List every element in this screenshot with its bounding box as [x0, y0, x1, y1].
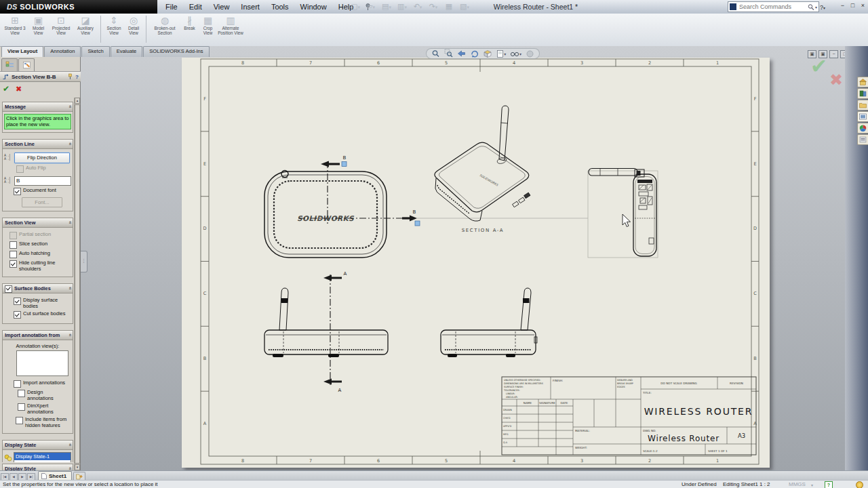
font-button[interactable]: Font...: [22, 197, 62, 207]
section-view-group-header[interactable]: Section View«: [3, 218, 73, 228]
display-surface-bodies-checkbox[interactable]: Display surface bodies: [14, 298, 71, 309]
status-units[interactable]: MMGS: [789, 481, 806, 487]
import-annotation-group-header[interactable]: Import annotation from«: [3, 331, 73, 340]
front-view[interactable]: A A: [264, 271, 388, 393]
quick-tip-help-icon[interactable]: ?: [825, 481, 833, 488]
annotation-views-listbox[interactable]: [16, 350, 68, 376]
checkbox-icon[interactable]: [18, 403, 25, 411]
sheet1-tab[interactable]: Sheet1: [38, 471, 72, 481]
undo-icon[interactable]: ↶▾: [411, 1, 425, 12]
menu-file[interactable]: File: [165, 3, 178, 11]
drawing-sheet-svg[interactable]: 8 7 6 5 4 3 2 1 8 7 6 5 4 3 2 1 F: [182, 58, 770, 468]
title-block[interactable]: UNLESS OTHERWISE SPECIFIED: DIMENSIONS A…: [502, 377, 756, 455]
break-button[interactable]: ∦Break: [180, 14, 199, 46]
view-settings-icon[interactable]: [526, 49, 534, 58]
checkbox-icon[interactable]: [14, 311, 21, 319]
checkbox-icon[interactable]: [9, 251, 17, 258]
partial-section-checkbox[interactable]: Partial section: [9, 232, 71, 239]
isometric-section-view[interactable]: SOLIDWORKS SECTION A-A: [435, 106, 530, 233]
design-annotations-checkbox[interactable]: Design annotations: [18, 390, 71, 401]
cancel-button[interactable]: ✖: [16, 84, 22, 94]
include-hidden-items-checkbox[interactable]: Include items from hidden features: [16, 417, 71, 428]
close-button[interactable]: ×: [859, 0, 867, 11]
tab-sketch[interactable]: Sketch: [81, 46, 109, 57]
tab-annotation[interactable]: Annotation: [44, 46, 81, 57]
drawing-sheet[interactable]: 8 7 6 5 4 3 2 1 8 7 6 5 4 3 2 1 F: [182, 58, 770, 468]
crop-view-button[interactable]: ▦Crop View: [199, 14, 217, 46]
panel-help-icon[interactable]: ?: [75, 74, 79, 80]
previous-view-icon[interactable]: [457, 49, 466, 58]
checkbox-icon[interactable]: [18, 390, 25, 397]
auto-hatching-checkbox[interactable]: Auto hatching: [9, 251, 71, 258]
side-view[interactable]: [441, 288, 537, 357]
confirmation-cancel-icon[interactable]: ✖: [829, 70, 843, 89]
tip-of-day-icon[interactable]: [856, 481, 863, 488]
menu-view[interactable]: View: [214, 3, 230, 11]
display-state-group-header[interactable]: Display State«: [3, 441, 73, 450]
appearances-icon[interactable]: [857, 123, 868, 134]
menu-insert[interactable]: Insert: [241, 3, 260, 11]
checkbox-icon[interactable]: [9, 241, 17, 249]
checkbox-icon[interactable]: [14, 298, 21, 305]
alternate-position-view-button[interactable]: ▥Alternate Position View: [217, 14, 244, 46]
section-line-handle[interactable]: [342, 162, 347, 167]
help-button[interactable]: ?▾: [820, 0, 825, 13]
search-input[interactable]: [738, 3, 807, 11]
menu-window[interactable]: Window: [300, 3, 327, 11]
hide-cutting-line-shoulders-checkbox[interactable]: Hide cutting line shoulders: [9, 260, 71, 272]
view-orientation-icon[interactable]: [483, 49, 492, 58]
open-icon[interactable]: ▱▾: [364, 1, 378, 12]
tab-view-layout[interactable]: View Layout: [1, 46, 43, 57]
model-view-button[interactable]: ▣Model View: [28, 14, 49, 46]
hide-show-items-icon[interactable]: ▾: [510, 49, 521, 58]
feature-manager-tab[interactable]: [1, 58, 18, 71]
print-icon[interactable]: ▥▾: [395, 1, 409, 12]
slice-section-checkbox[interactable]: Slice section: [9, 241, 71, 249]
keep-visible-pin-icon[interactable]: [67, 73, 73, 80]
section-line-group-header[interactable]: Section Line«: [3, 140, 73, 149]
minimize-button[interactable]: −: [838, 0, 847, 11]
save-icon[interactable]: ▤▾: [380, 1, 393, 12]
search-dropdown-icon[interactable]: ▾: [815, 5, 818, 9]
menu-tools[interactable]: Tools: [271, 3, 289, 11]
rotate-view-icon[interactable]: [470, 49, 479, 58]
message-group-header[interactable]: Message«: [3, 102, 73, 112]
checkbox-icon[interactable]: [9, 260, 17, 268]
tab-solidworks-add-ins[interactable]: SOLIDWORKS Add-Ins: [143, 46, 209, 57]
graphics-area[interactable]: 8 7 6 5 4 3 2 1 8 7 6 5 4 3 2 1 F: [81, 46, 845, 470]
group-checkbox-icon[interactable]: [5, 285, 12, 293]
auto-flip-checkbox[interactable]: Auto Flip: [16, 165, 71, 173]
document-font-checkbox[interactable]: Document font: [14, 188, 71, 195]
section-label-input[interactable]: B: [14, 176, 71, 186]
flip-direction-button[interactable]: Flip Direction: [14, 152, 70, 163]
checkbox-icon[interactable]: [14, 188, 21, 195]
doc-restore-icon[interactable]: □: [840, 50, 845, 58]
detail-view-button[interactable]: ◎Detail View: [124, 14, 143, 46]
projected-view-button[interactable]: ⊡Projected View: [49, 14, 73, 46]
checkbox-icon[interactable]: [14, 380, 21, 388]
custom-properties-icon[interactable]: [857, 134, 868, 145]
display-style-group-clipped[interactable]: Display Style«: [2, 464, 73, 470]
section-preview-view[interactable]: [588, 169, 658, 258]
units-dropdown-icon[interactable]: ▾: [811, 483, 813, 487]
zoom-to-area-icon[interactable]: [444, 49, 453, 58]
doc-minimize-icon[interactable]: −: [829, 50, 838, 58]
section-line-handle[interactable]: [415, 221, 420, 226]
cut-surface-bodies-checkbox[interactable]: Cut surface bodies: [14, 311, 71, 319]
standard-3-view-button[interactable]: ⊞Standard 3 View: [2, 14, 28, 46]
auxiliary-view-button[interactable]: ◪Auxiliary View: [73, 14, 98, 46]
file-explorer-icon[interactable]: [857, 100, 868, 110]
section-view-button[interactable]: ⇕Section View: [104, 14, 124, 46]
search-commands-box[interactable]: ▾: [728, 1, 819, 12]
scrollbar-thumb[interactable]: [75, 104, 80, 464]
zoom-to-fit-icon[interactable]: [431, 49, 440, 58]
display-state-listbox[interactable]: Display State-1: [14, 452, 71, 462]
display-state-item-selected[interactable]: Display State-1: [14, 453, 71, 460]
confirmation-accept-icon[interactable]: ✔: [810, 54, 827, 78]
tab-evaluate[interactable]: Evaluate: [111, 46, 143, 57]
dimxpert-annotations-checkbox[interactable]: DimXpert annotations: [18, 403, 71, 415]
checkbox-icon[interactable]: [9, 232, 17, 239]
surface-bodies-group-header[interactable]: Surface Bodies«: [3, 284, 73, 293]
panel-scrollbar[interactable]: ▴ ▾: [74, 98, 80, 470]
search-icon[interactable]: [807, 3, 815, 11]
